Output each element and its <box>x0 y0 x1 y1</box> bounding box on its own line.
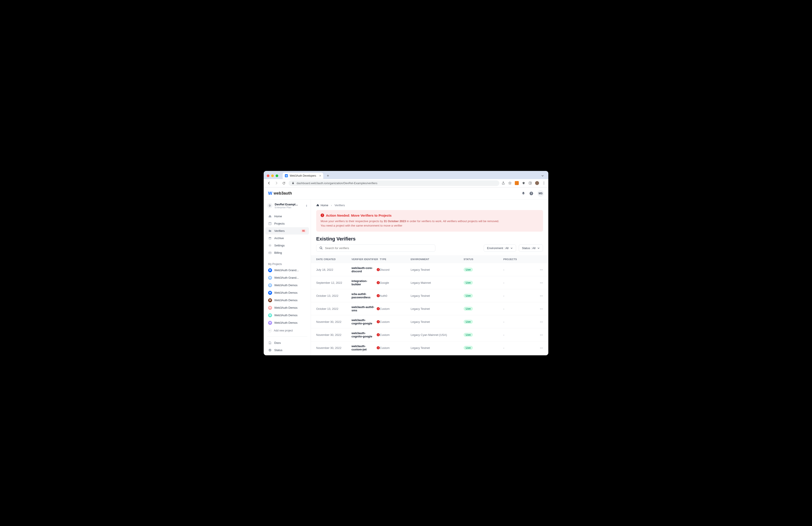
cell-identifier: web3auth-auth0-sms! <box>351 305 380 312</box>
help-icon[interactable]: ? <box>530 191 533 196</box>
row-actions-button[interactable]: ··· <box>530 294 543 297</box>
warning-icon: ! <box>377 294 380 297</box>
tab-bar: W Web3Auth Developers × + <box>264 171 548 179</box>
close-tab-button[interactable]: × <box>319 174 321 177</box>
share-icon[interactable] <box>502 181 505 185</box>
project-name: Web3Auth Demos <box>274 321 298 324</box>
column-header: DATE CREATED <box>316 258 351 260</box>
chevron-right-icon: › <box>331 203 332 207</box>
sidebar-item-status[interactable]: Status <box>265 346 309 354</box>
project-name: Web3Auth Demos <box>274 284 298 287</box>
minimize-window-button[interactable] <box>271 174 274 177</box>
cell-date: October 13, 2022 <box>316 294 351 297</box>
table-row: November 30, 2022 web3auth-cognito-googl… <box>311 315 548 328</box>
svg-rect-0 <box>292 183 294 184</box>
org-plan: Enterprise Plan <box>275 206 304 209</box>
column-header: STATUS <box>464 258 503 260</box>
alert-icon: ! <box>321 214 324 217</box>
project-item[interactable]: W Web3Auth Demos <box>264 312 311 319</box>
row-actions-button[interactable]: ··· <box>530 346 543 350</box>
user-avatar[interactable]: MS <box>537 190 544 197</box>
cell-environment: Legacy Testnet <box>411 294 464 297</box>
reload-button[interactable] <box>281 181 286 185</box>
extensions-icon[interactable] <box>522 181 525 185</box>
browser-menu-icon[interactable] <box>542 181 546 185</box>
cell-type: Custom <box>380 346 411 350</box>
project-item[interactable]: W Web3Auth Demos <box>264 319 311 327</box>
breadcrumb-home[interactable]: Home <box>316 203 328 207</box>
cell-date: October 13, 2022 <box>316 307 351 311</box>
table-header: DATE CREATEDVERIFIER IDENTIFIERTYPEENVIR… <box>311 255 548 263</box>
project-name: Web3Auth Demos <box>274 306 298 309</box>
sidebar-item-home[interactable]: Home <box>265 213 309 220</box>
project-avatar: W <box>268 291 272 295</box>
home-icon <box>316 203 319 207</box>
search-box[interactable] <box>316 244 435 252</box>
project-item[interactable]: W Web3Auth Demos <box>264 289 311 297</box>
tab-overflow-button[interactable] <box>539 173 546 178</box>
project-item[interactable]: W Web3Auth Grand... <box>264 274 311 282</box>
alert-body: Move your verifiers to their respective … <box>321 219 539 228</box>
new-tab-button[interactable]: + <box>325 173 331 179</box>
cell-type: Custom <box>380 320 411 324</box>
home-icon <box>268 215 272 218</box>
project-avatar: W <box>268 276 272 280</box>
project-item[interactable]: W Web3Auth Demos <box>264 297 311 304</box>
row-actions-button[interactable]: ··· <box>530 281 543 284</box>
plus-icon: + <box>268 329 272 332</box>
search-input[interactable] <box>325 246 432 250</box>
url-field[interactable]: dashboard.web3auth.io/organization/DevRe… <box>289 181 499 186</box>
cell-projects: - <box>503 281 530 284</box>
close-window-button[interactable] <box>267 174 270 177</box>
browser-tab[interactable]: W Web3Auth Developers × <box>282 173 323 179</box>
environment-filter[interactable]: Environment : All <box>484 244 516 252</box>
panel-icon[interactable] <box>528 181 532 185</box>
page-title: Existing Verifiers <box>311 236 548 244</box>
column-header: ENVIRONMENT <box>411 258 464 260</box>
column-header <box>530 258 543 260</box>
metamask-icon[interactable] <box>515 181 519 185</box>
cell-date: November 30, 2022 <box>316 346 351 350</box>
table-row: November 30, 2022 web3auth-custom-jwt! C… <box>311 354 548 355</box>
org-info: DevRel Exampl... Enterprise Plan <box>275 203 304 209</box>
project-item[interactable]: W Web3Auth Grand... <box>264 267 311 274</box>
sidebar-item-settings[interactable]: Settings <box>265 242 309 249</box>
row-actions-button[interactable]: ··· <box>530 320 543 324</box>
cell-environment: Legacy Testnet <box>411 320 464 324</box>
svg-rect-13 <box>269 252 271 254</box>
cell-projects: - <box>503 333 530 337</box>
maximize-window-button[interactable] <box>276 174 278 177</box>
project-item[interactable]: W Web3Auth Demos <box>264 282 311 289</box>
project-item[interactable]: W Web3Auth Demos <box>264 304 311 312</box>
forward-button[interactable] <box>274 181 279 185</box>
cell-projects: - <box>503 268 530 271</box>
logo[interactable]: W web3auth <box>268 191 292 196</box>
sidebar-item-verifiers[interactable]: Verifiers 66 <box>265 227 309 234</box>
status-badge: Live <box>464 307 473 311</box>
tab-title: Web3Auth Developers <box>290 174 316 177</box>
nav-footer: Docs Status <box>264 338 311 355</box>
svg-rect-8 <box>269 222 271 225</box>
row-actions-button[interactable]: ··· <box>530 333 543 337</box>
sidebar-item-archive[interactable]: Archive <box>265 234 309 242</box>
lock-icon <box>292 182 294 184</box>
billing-icon <box>268 251 272 254</box>
sidebar-item-billing[interactable]: Billing <box>265 249 309 256</box>
org-selector[interactable]: D DevRel Exampl... Enterprise Plan ▴▾ <box>264 200 311 212</box>
row-actions-button[interactable]: ··· <box>530 268 543 271</box>
cell-identifier: web3auth-cognito-google! <box>351 331 380 338</box>
notifications-icon[interactable] <box>521 191 525 196</box>
logo-text: web3auth <box>274 191 292 196</box>
nav-label: Status <box>274 349 282 352</box>
sidebar-item-projects[interactable]: Projects <box>265 220 309 227</box>
status-filter[interactable]: Status : All <box>519 244 543 252</box>
add-project-button[interactable]: + Add new project <box>264 327 311 335</box>
svg-point-3 <box>544 182 545 182</box>
sidebar-item-docs[interactable]: Docs <box>265 339 309 346</box>
cell-status: Live <box>464 307 503 311</box>
back-button[interactable] <box>266 181 272 185</box>
row-actions-button[interactable]: ··· <box>530 307 543 311</box>
profile-avatar-icon[interactable] <box>535 181 539 185</box>
bookmark-icon[interactable] <box>508 181 512 185</box>
cell-projects: - <box>503 294 530 297</box>
